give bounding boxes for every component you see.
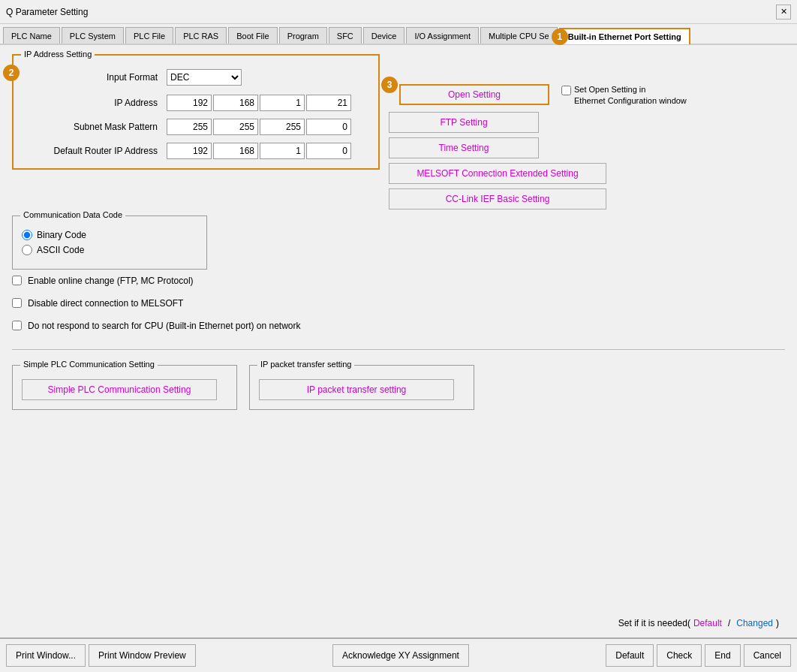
subnet-seg1[interactable]: 255	[167, 119, 212, 135]
tab-sfc[interactable]: SFC	[329, 27, 362, 44]
router-seg2[interactable]: 168	[213, 143, 258, 159]
melsoft-button[interactable]: MELSOFT Connection Extended Setting	[389, 163, 606, 184]
enable-online-label: Enable online change (FTP, MC Protocol)	[28, 276, 194, 286]
ip-address-group-title: IP Address Setting	[21, 50, 95, 59]
disable-direct-row: Disable direct connection to MELSOFT	[12, 298, 785, 309]
ip-seg4[interactable]: 21	[306, 95, 351, 111]
binary-radio[interactable]	[22, 230, 32, 240]
close-button[interactable]: ✕	[776, 5, 791, 20]
binary-label: Binary Code	[37, 230, 86, 240]
comm-data-code-title: Communication Data Code	[20, 210, 125, 219]
print-window-preview-button[interactable]: Print Window Preview	[89, 644, 196, 667]
router-ip-row: Default Router IP Address 192 168 1 0	[23, 143, 369, 159]
tab-device[interactable]: Device	[363, 27, 405, 44]
do-not-respond-label: Do not respond to search for CPU (Built-…	[28, 321, 301, 331]
subnet-segments: 255 255 255 0	[167, 119, 351, 135]
do-not-respond-checkbox[interactable]	[12, 321, 22, 330]
ip-packet-group: IP packet transfer setting IP packet tra…	[249, 365, 474, 410]
status-changed: Changed	[736, 618, 773, 628]
enable-online-checkbox[interactable]	[12, 276, 22, 285]
top-row: IP Address Setting 2 Input Format DECHEX…	[12, 54, 785, 209]
print-window-button[interactable]: Print Window...	[6, 644, 86, 667]
router-label: Default Router IP Address	[23, 146, 158, 156]
format-select[interactable]: DECHEX	[167, 69, 242, 86]
cclink-button[interactable]: CC-Link IEF Basic Setting	[389, 188, 606, 209]
open-setting-row: 3 Open Setting Set Open Setting inEthern…	[389, 84, 687, 107]
status-default: Default	[693, 618, 722, 628]
badge-2: 2	[3, 65, 20, 81]
format-row: Input Format DECHEX	[23, 69, 369, 86]
acknowledge-xy-button[interactable]: Acknowledge XY Assignment	[332, 644, 469, 667]
simple-plc-group: Simple PLC Communication Setting Simple …	[12, 365, 237, 410]
subnet-seg3[interactable]: 255	[260, 119, 305, 135]
tab-builtin-ethernet[interactable]: 1 Built-in Ethernet Port Setting	[559, 28, 690, 44]
tab-plc-system[interactable]: PLC System	[62, 27, 124, 44]
status-suffix: )	[776, 618, 779, 628]
format-label: Input Format	[23, 72, 158, 83]
ip-segments: 192 168 1 21	[167, 95, 351, 111]
bottom-groups: Simple PLC Communication Setting Simple …	[12, 365, 785, 410]
ascii-radio[interactable]	[22, 245, 32, 255]
open-setting-checkbox[interactable]	[561, 86, 571, 95]
tab-io-assignment[interactable]: I/O Assignment	[406, 27, 479, 44]
simple-plc-button[interactable]: Simple PLC Communication Setting	[22, 379, 217, 400]
right-panel: 3 Open Setting Set Open Setting inEthern…	[389, 54, 687, 209]
open-setting-desc: Set Open Setting inEthernet Configuratio…	[574, 84, 687, 107]
tab-plc-ras[interactable]: PLC RAS	[175, 27, 227, 44]
subnet-mask-row: Subnet Mask Pattern 255 255 255 0	[23, 119, 369, 135]
router-seg1[interactable]: 192	[167, 143, 212, 159]
check-button[interactable]: Check	[657, 644, 702, 667]
end-button[interactable]: End	[705, 644, 740, 667]
divider	[12, 349, 785, 350]
ip-packet-button[interactable]: IP packet transfer setting	[259, 379, 454, 400]
router-seg4[interactable]: 0	[306, 143, 351, 159]
status-separator: /	[728, 618, 730, 628]
tab-multiple-cpu[interactable]: Multiple CPU Se	[480, 27, 558, 44]
action-bar: Print Window... Print Window Preview Ack…	[0, 637, 797, 672]
subnet-label: Subnet Mask Pattern	[23, 122, 158, 132]
router-segments: 192 168 1 0	[167, 143, 351, 159]
binary-code-row: Binary Code	[22, 230, 197, 240]
ip-seg2[interactable]: 168	[213, 95, 258, 111]
open-setting-button[interactable]: Open Setting	[399, 84, 549, 105]
subnet-seg2[interactable]: 255	[213, 119, 258, 135]
ip-seg3[interactable]: 1	[260, 95, 305, 111]
ip-address-group: IP Address Setting 2 Input Format DECHEX…	[12, 54, 380, 170]
router-seg3[interactable]: 1	[260, 143, 305, 159]
ip-seg1[interactable]: 192	[167, 95, 212, 111]
status-prefix: Set if it is needed(	[618, 618, 690, 628]
default-button[interactable]: Default	[606, 644, 654, 667]
tab-program[interactable]: Program	[279, 27, 327, 44]
ascii-code-row: ASCII Code	[22, 245, 197, 255]
badge-3: 3	[381, 77, 398, 93]
do-not-respond-row: Do not respond to search for CPU (Built-…	[12, 321, 785, 331]
tab-plc-file[interactable]: PLC File	[125, 27, 173, 44]
ftp-setting-button[interactable]: FTP Setting	[389, 112, 539, 133]
window-title: Q Parameter Setting	[6, 7, 88, 17]
tab-bar: PLC Name PLC System PLC File PLC RAS Boo…	[0, 24, 797, 45]
time-setting-button[interactable]: Time Setting	[389, 137, 539, 158]
badge-1: 1	[552, 29, 568, 45]
status-info: Set if it is needed( Default / Changed )	[12, 618, 785, 628]
ip-address-label: IP Address	[23, 98, 158, 108]
subnet-seg4[interactable]: 0	[306, 119, 351, 135]
ip-address-row: IP Address 192 168 1 21	[23, 95, 369, 111]
simple-plc-title: Simple PLC Communication Setting	[20, 360, 158, 369]
comm-data-code-group: Communication Data Code Binary Code ASCI…	[12, 215, 207, 270]
cancel-button[interactable]: Cancel	[744, 644, 791, 667]
title-bar: Q Parameter Setting ✕	[0, 0, 797, 24]
tab-boot-file[interactable]: Boot File	[228, 27, 277, 44]
disable-direct-label: Disable direct connection to MELSOFT	[28, 298, 183, 309]
disable-direct-checkbox[interactable]	[12, 298, 22, 308]
tab-plc-name[interactable]: PLC Name	[3, 27, 60, 44]
ip-packet-title: IP packet transfer setting	[257, 360, 354, 369]
ascii-label: ASCII Code	[37, 245, 84, 255]
main-content: IP Address Setting 2 Input Format DECHEX…	[0, 45, 797, 637]
enable-online-row: Enable online change (FTP, MC Protocol)	[12, 276, 785, 286]
